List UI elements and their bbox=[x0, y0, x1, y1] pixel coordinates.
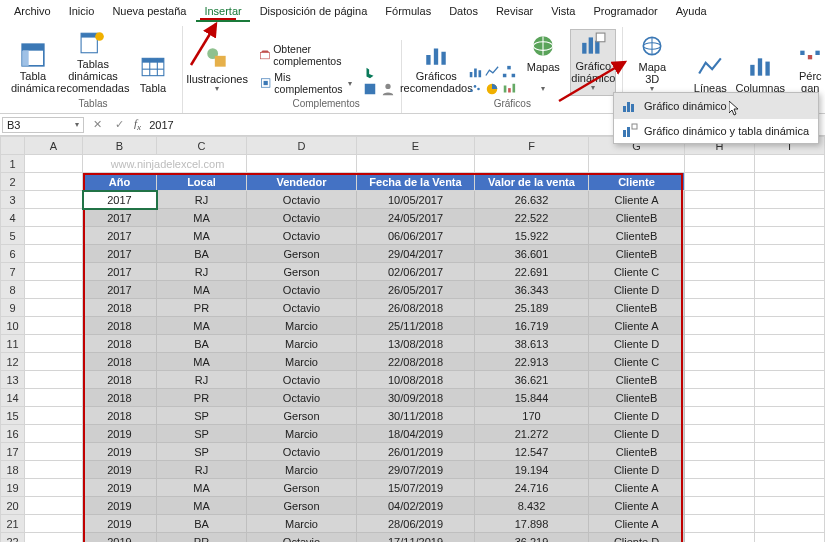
data-cell[interactable]: 2018 bbox=[83, 317, 157, 335]
data-cell[interactable]: Gerson bbox=[247, 407, 357, 425]
cell[interactable] bbox=[25, 497, 83, 515]
col-header-D[interactable]: D bbox=[247, 137, 357, 155]
data-cell[interactable]: 2018 bbox=[83, 335, 157, 353]
cell[interactable] bbox=[685, 227, 755, 245]
data-cell[interactable]: 2019 bbox=[83, 425, 157, 443]
data-cell[interactable]: 38.613 bbox=[475, 335, 589, 353]
cell[interactable] bbox=[755, 443, 825, 461]
cell[interactable] bbox=[755, 209, 825, 227]
data-cell[interactable]: MA bbox=[157, 479, 247, 497]
data-cell[interactable]: 10/05/2017 bbox=[357, 191, 475, 209]
cell[interactable] bbox=[685, 299, 755, 317]
table-header-cell[interactable]: Valor de la venta bbox=[475, 173, 589, 191]
data-cell[interactable]: 26/01/2019 bbox=[357, 443, 475, 461]
data-cell[interactable]: Marcio bbox=[247, 515, 357, 533]
data-cell[interactable]: 2018 bbox=[83, 407, 157, 425]
data-cell[interactable]: PR bbox=[157, 389, 247, 407]
table-header-cell[interactable]: Vendedor bbox=[247, 173, 357, 191]
bar-chart-icon[interactable] bbox=[468, 65, 482, 79]
row-header[interactable]: 10 bbox=[1, 317, 25, 335]
row-header[interactable]: 20 bbox=[1, 497, 25, 515]
cell[interactable] bbox=[25, 317, 83, 335]
table-header-cell[interactable]: Cliente bbox=[589, 173, 685, 191]
data-cell[interactable]: 8.432 bbox=[475, 497, 589, 515]
data-cell[interactable]: 22.691 bbox=[475, 263, 589, 281]
data-cell[interactable]: Cliente D bbox=[589, 407, 685, 425]
cell[interactable] bbox=[755, 317, 825, 335]
pivot-table-button[interactable]: Tabla dinámica bbox=[10, 40, 56, 96]
data-cell[interactable]: Marcio bbox=[247, 335, 357, 353]
menu-inicio[interactable]: Inicio bbox=[61, 2, 103, 22]
data-cell[interactable]: Cliente A bbox=[589, 317, 685, 335]
cell[interactable] bbox=[25, 299, 83, 317]
data-cell[interactable]: 15.844 bbox=[475, 389, 589, 407]
recommended-pivot-button[interactable]: Tablas dinámicas recomendadas bbox=[60, 28, 126, 96]
data-cell[interactable]: 170 bbox=[475, 407, 589, 425]
cell[interactable] bbox=[755, 407, 825, 425]
row-header[interactable]: 2 bbox=[1, 173, 25, 191]
data-cell[interactable]: 30/11/2018 bbox=[357, 407, 475, 425]
data-cell[interactable]: Cliente D bbox=[589, 425, 685, 443]
sparkline-cols-button[interactable]: Columnas bbox=[737, 52, 783, 96]
sparkline-winloss-button[interactable]: Pérc gan bbox=[787, 40, 825, 96]
data-cell[interactable]: Marcio bbox=[247, 353, 357, 371]
cell[interactable] bbox=[755, 263, 825, 281]
data-cell[interactable]: ClienteB bbox=[589, 209, 685, 227]
cell[interactable] bbox=[755, 425, 825, 443]
data-cell[interactable]: 16.719 bbox=[475, 317, 589, 335]
data-cell[interactable]: 29/04/2017 bbox=[357, 245, 475, 263]
cell[interactable] bbox=[685, 371, 755, 389]
data-cell[interactable]: 2019 bbox=[83, 479, 157, 497]
hierarchy-chart-icon[interactable] bbox=[502, 65, 516, 79]
menu-nueva-pestaña[interactable]: Nueva pestaña bbox=[104, 2, 194, 22]
data-cell[interactable]: Gerson bbox=[247, 479, 357, 497]
data-cell[interactable]: Octavio bbox=[247, 191, 357, 209]
data-cell[interactable]: Cliente D bbox=[589, 281, 685, 299]
row-header[interactable]: 3 bbox=[1, 191, 25, 209]
data-cell[interactable]: 22.522 bbox=[475, 209, 589, 227]
data-cell[interactable]: BA bbox=[157, 245, 247, 263]
cell[interactable] bbox=[685, 191, 755, 209]
data-cell[interactable]: 2017 bbox=[83, 245, 157, 263]
data-cell[interactable]: Cliente C bbox=[589, 353, 685, 371]
data-cell[interactable]: Marcio bbox=[247, 425, 357, 443]
cell[interactable] bbox=[755, 461, 825, 479]
data-cell[interactable]: ClienteB bbox=[589, 389, 685, 407]
pivot-chart-button[interactable]: Gráfico dinámico ▾ bbox=[570, 29, 616, 96]
data-cell[interactable]: Marcio bbox=[247, 317, 357, 335]
data-cell[interactable]: Gerson bbox=[247, 245, 357, 263]
row-header[interactable]: 8 bbox=[1, 281, 25, 299]
cell[interactable] bbox=[685, 353, 755, 371]
cell[interactable] bbox=[25, 173, 83, 191]
3d-map-button[interactable]: Mapa 3D ▾ bbox=[629, 31, 675, 96]
cell[interactable] bbox=[685, 461, 755, 479]
data-cell[interactable]: Cliente A bbox=[589, 191, 685, 209]
table-header-cell[interactable]: Local bbox=[157, 173, 247, 191]
data-cell[interactable]: Cliente C bbox=[589, 263, 685, 281]
data-cell[interactable]: RJ bbox=[157, 263, 247, 281]
data-cell[interactable]: 2019 bbox=[83, 461, 157, 479]
data-cell[interactable]: MA bbox=[157, 281, 247, 299]
col-header-B[interactable]: B bbox=[83, 137, 157, 155]
data-cell[interactable]: Gerson bbox=[247, 263, 357, 281]
data-cell[interactable]: 15/07/2019 bbox=[357, 479, 475, 497]
fx-icon[interactable]: fx bbox=[130, 117, 145, 132]
data-cell[interactable]: 2017 bbox=[83, 191, 157, 209]
cell[interactable] bbox=[755, 227, 825, 245]
row-header[interactable]: 14 bbox=[1, 389, 25, 407]
row-header[interactable]: 22 bbox=[1, 533, 25, 542]
table-header-cell[interactable]: Año bbox=[83, 173, 157, 191]
data-cell[interactable]: 2018 bbox=[83, 299, 157, 317]
cell[interactable] bbox=[755, 479, 825, 497]
cell[interactable] bbox=[685, 281, 755, 299]
people-icon[interactable] bbox=[381, 82, 395, 96]
data-cell[interactable]: 13/08/2018 bbox=[357, 335, 475, 353]
data-cell[interactable]: 2019 bbox=[83, 443, 157, 461]
row-header[interactable]: 11 bbox=[1, 335, 25, 353]
pie-chart-icon[interactable] bbox=[485, 82, 499, 96]
cell[interactable] bbox=[755, 515, 825, 533]
cell[interactable] bbox=[25, 407, 83, 425]
data-cell[interactable]: Cliente D bbox=[589, 461, 685, 479]
cell[interactable] bbox=[685, 389, 755, 407]
data-cell[interactable]: MA bbox=[157, 209, 247, 227]
